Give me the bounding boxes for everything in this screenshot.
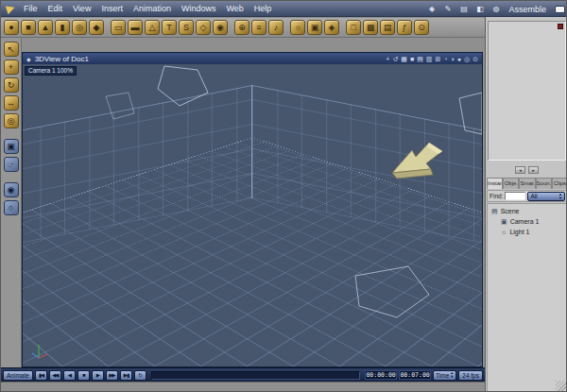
spline-object-tool-icon[interactable]: S	[179, 20, 194, 35]
move-tool-icon[interactable]: +	[4, 60, 19, 75]
menu-insert[interactable]: Insert	[101, 4, 123, 13]
text-tool-icon[interactable]: T	[162, 20, 177, 35]
fps-display[interactable]: 24 fps	[458, 370, 483, 381]
shade-textured-icon[interactable]: ◎	[464, 54, 470, 64]
collapse-left-icon[interactable]: ◂	[515, 166, 525, 174]
camera-tool-icon[interactable]: ▣	[307, 20, 322, 35]
tab-clips[interactable]: Clips	[552, 178, 567, 189]
group-tool-icon[interactable]: □	[346, 20, 361, 35]
current-room-label: Assemble	[508, 5, 546, 14]
cube-tool-icon[interactable]: ■	[21, 20, 36, 35]
menu-help[interactable]: Help	[254, 4, 272, 13]
sound-tool-icon[interactable]: ♪	[268, 20, 284, 35]
go-end-button[interactable]: ▶▮	[120, 370, 132, 381]
tray-close-button[interactable]	[558, 24, 563, 29]
play-button[interactable]: ▶	[92, 370, 104, 381]
tree-root-scene[interactable]: ▤ Scene	[488, 206, 567, 216]
formula-tool-icon[interactable]: ƒ	[397, 20, 412, 35]
cylinder-tool-icon[interactable]: ▮	[55, 20, 70, 35]
web-link-tool-icon[interactable]: ⊙	[414, 20, 429, 35]
arrow-object[interactable]	[389, 138, 446, 181]
select-tool-icon[interactable]: ↖	[4, 42, 19, 57]
time-mode-spinner-icon[interactable]: ▲▼	[450, 371, 454, 379]
room-assemble-icon[interactable]: ◈	[425, 3, 438, 15]
tree-item-camera[interactable]: ▣ Camera 1	[488, 216, 567, 227]
filter-dropdown[interactable]: All ▲▼	[527, 192, 565, 201]
animate-toggle-button[interactable]: Animate	[3, 370, 33, 381]
tree-item-light[interactable]: ☼ Light 1	[488, 227, 567, 237]
menu-view[interactable]: View	[73, 4, 91, 13]
3d-canvas[interactable]: Camera 1 100%	[23, 64, 482, 366]
room-model-icon[interactable]: ✎	[441, 3, 454, 15]
sphere-tool-icon[interactable]: ●	[4, 20, 19, 35]
shade-flat-icon[interactable]: ◑	[451, 54, 455, 64]
transport-bar: Animate ▮◀ ◀◀ ◀ ■ ▶ ▶▶ ▶▮ ↻ 00:00:00 00:…	[1, 367, 485, 382]
tree-item-label: Camera 1	[510, 218, 540, 225]
icosahedron-tool-icon[interactable]: ◆	[89, 20, 104, 35]
room-storyboard-icon[interactable]: ▤	[457, 3, 470, 15]
layout-three-icon[interactable]: ▥	[426, 54, 433, 64]
camera-icon: ▣	[501, 218, 507, 226]
menu-web[interactable]: Web	[226, 4, 243, 13]
metaball-tool-icon[interactable]: ◉	[213, 20, 228, 35]
plane-tool-icon[interactable]: ▭	[111, 20, 126, 35]
view-options-icon[interactable]: ⊙	[472, 54, 478, 64]
time-mode-dropdown[interactable]: Time ▲▼	[433, 370, 456, 381]
target-helper-tool-icon[interactable]: ◈	[324, 20, 339, 35]
hotpoint-tool-icon[interactable]: ◎	[4, 113, 19, 128]
rotate-tool-icon[interactable]: ↻	[4, 77, 19, 93]
viewport-controls: + ↺ ▦ ■ ▤ ▥ ⊞ ◔ ◑ ● ◎ ⊙	[386, 54, 478, 64]
vertex-object-tool-icon[interactable]: ◇	[196, 20, 211, 35]
room-texture-icon[interactable]: ◧	[473, 3, 486, 15]
tab-smart[interactable]: Smar.	[519, 178, 535, 189]
camera-wireframe	[355, 266, 429, 317]
manipulator-icon[interactable]: +	[386, 54, 389, 64]
menu-file[interactable]: File	[24, 4, 38, 13]
collapse-diamond-icon[interactable]: ◆	[26, 56, 31, 62]
prev-frame-button[interactable]: ◀◀	[49, 370, 61, 381]
light-tool-icon[interactable]: ☼	[290, 20, 305, 35]
layout-single-icon[interactable]: ■	[410, 54, 414, 64]
current-time-display[interactable]: 00:00:00	[365, 370, 397, 380]
stop-button[interactable]: ■	[77, 370, 90, 381]
terrain-tool-icon[interactable]: △	[145, 20, 160, 35]
pan-tool-icon[interactable]: ☞	[4, 157, 19, 172]
menu-windows[interactable]: Windows	[181, 4, 216, 13]
tab-objects[interactable]: Obje.	[503, 178, 519, 189]
scale-tool-icon[interactable]: ↔	[4, 95, 19, 111]
room-render-icon[interactable]: ◍	[490, 3, 502, 15]
viewport-titlebar[interactable]: ◆ 3DView of Doc1 + ↺ ▦ ■ ▤ ▥ ⊞ ◔ ◑ ● ◎ ⊙	[23, 53, 482, 64]
boolean-tool-icon[interactable]: ⊕	[234, 20, 249, 35]
layout-four-icon[interactable]: ⊞	[435, 54, 440, 64]
cone-tool-icon[interactable]: ▲	[38, 20, 53, 35]
end-time-display[interactable]: 00:07:00	[399, 370, 431, 380]
eye-tool-icon[interactable]: ◉	[4, 182, 19, 197]
loop-button[interactable]: ↻	[134, 370, 146, 381]
behavior-tool-icon[interactable]: ▤	[380, 20, 395, 35]
menu-edit[interactable]: Edit	[48, 4, 63, 13]
grid-toggle-icon[interactable]: ▦	[401, 54, 407, 64]
infinite-plane-tool-icon[interactable]: ▬	[128, 20, 143, 35]
window-widget-button[interactable]	[555, 6, 565, 13]
mixer-tool-icon[interactable]: ≡	[251, 20, 266, 35]
collapse-right-icon[interactable]: ▸	[528, 166, 539, 174]
shade-wireframe-icon[interactable]: ◔	[443, 54, 447, 64]
camera-view-label[interactable]: Camera 1 100%	[25, 66, 77, 76]
tab-sounds[interactable]: Soun.	[536, 178, 552, 189]
modifier-tool-icon[interactable]: ▩	[363, 20, 378, 35]
next-frame-button[interactable]: ▶▶	[106, 370, 118, 381]
menu-animation[interactable]: Animation	[133, 4, 171, 13]
orbit-view-icon[interactable]: ↺	[392, 54, 398, 64]
shade-gouraud-icon[interactable]: ●	[457, 54, 461, 64]
zoom-tool-icon[interactable]: ○	[4, 200, 19, 215]
find-input[interactable]	[505, 192, 525, 200]
time-scrubber[interactable]	[151, 371, 360, 380]
camera-dolly-tool-icon[interactable]: ▣	[4, 139, 19, 154]
torus-tool-icon[interactable]: ◎	[72, 20, 87, 35]
layout-two-icon[interactable]: ▤	[417, 54, 423, 64]
go-start-button[interactable]: ▮◀	[35, 370, 47, 381]
play-reverse-button[interactable]: ◀	[63, 370, 76, 381]
resize-grip[interactable]	[556, 381, 567, 392]
find-bar: Find: All ▲▼	[487, 190, 567, 202]
tab-instances[interactable]: Instan.	[487, 178, 503, 189]
